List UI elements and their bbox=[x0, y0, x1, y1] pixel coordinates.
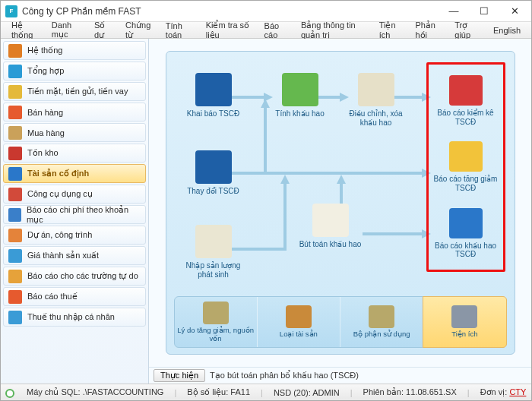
sidebar-item-13[interactable]: Thuế thu nhập cá nhân bbox=[3, 308, 146, 327]
canvas-wrap: Báo cáo kiểm kê TSCĐBáo cáo tăng giảm TS… bbox=[149, 39, 531, 367]
report-item-2[interactable]: Báo cáo khấu hao TSCĐ bbox=[429, 208, 503, 259]
menu-bang-thong-tin[interactable]: Bảng thông tin quản trị bbox=[295, 19, 372, 42]
menu-bao-cao[interactable]: Báo cáo bbox=[258, 20, 293, 41]
sidebar-item-5[interactable]: Tồn kho bbox=[3, 144, 146, 163]
report-icon bbox=[449, 75, 483, 106]
execute-button[interactable]: Thực hiện bbox=[154, 369, 205, 382]
sidebar-item-label: Dự án, công trình bbox=[27, 230, 92, 240]
sidebar-item-icon bbox=[8, 208, 21, 222]
dock-item-label: Loại tài sản bbox=[280, 330, 318, 338]
dock-item-2[interactable]: Bộ phận sử dụng bbox=[340, 297, 423, 347]
menu-tro-giup[interactable]: Trợ giúp bbox=[448, 19, 484, 41]
sidebar-item-icon bbox=[8, 147, 22, 160]
sidebar-item-icon bbox=[8, 270, 22, 283]
menubar: Hệ thống Danh mục Số dư Chứng từ Tính to… bbox=[1, 22, 531, 39]
sidebar-item-icon bbox=[8, 188, 22, 201]
status-unit: Đơn vị: CTY bbox=[480, 387, 527, 397]
sidebar-item-label: Tồn kho bbox=[27, 148, 59, 158]
menu-chung-tu[interactable]: Chứng từ bbox=[119, 19, 158, 42]
menu-so-du[interactable]: Số dư bbox=[88, 19, 118, 42]
status-user: NSD (20): ADMIN bbox=[274, 388, 340, 397]
dock-item-3[interactable]: Tiện ích bbox=[423, 296, 506, 348]
flow-label: Bút toán khấu hao bbox=[299, 240, 362, 249]
flow-label: Tính khấu hao bbox=[275, 109, 324, 118]
dock-item-1[interactable]: Loại tài sản bbox=[258, 297, 340, 347]
menu-he-thong[interactable]: Hệ thống bbox=[5, 19, 44, 42]
execute-row: Thực hiện Tạo bút toán phân bổ khấu hao … bbox=[149, 367, 531, 384]
sidebar-item-7[interactable]: Công cụ dụng cụ bbox=[3, 185, 146, 204]
window-title: Công ty CP Phần mềm FAST bbox=[22, 6, 439, 17]
flow-tile-icon bbox=[195, 73, 232, 106]
flow-nhap-san-luong[interactable]: Nhập sản lượng phát sinh bbox=[179, 225, 249, 279]
sidebar-item-2[interactable]: Tiền mặt, tiền gửi, tiền vay bbox=[3, 82, 146, 101]
sidebar-item-label: Mua hàng bbox=[27, 128, 65, 137]
body: Hệ thốngTổng hợpTiền mặt, tiền gửi, tiền… bbox=[1, 39, 531, 384]
execute-description: Tạo bút toán phân bổ khấu hao (TSCĐ) bbox=[210, 371, 359, 380]
dock-item-label: Tiện ích bbox=[451, 330, 477, 338]
dock-item-icon bbox=[286, 305, 312, 328]
sidebar-item-icon bbox=[8, 167, 22, 181]
status-dataset: Bộ số liệu: FA11 bbox=[187, 387, 250, 397]
flow-tile-icon bbox=[358, 73, 394, 106]
sidebar-item-1[interactable]: Tổng hợp bbox=[3, 62, 146, 81]
sidebar-item-label: Tài sản cố định bbox=[27, 169, 89, 178]
sidebar-item-label: Báo cáo cho các trường tự do bbox=[27, 271, 138, 281]
sidebar-item-3[interactable]: Bán hàng bbox=[3, 103, 146, 122]
sidebar-item-icon bbox=[8, 249, 22, 263]
sidebar-item-11[interactable]: Báo cáo cho các trường tự do bbox=[3, 267, 146, 286]
sidebar-item-label: Giá thành sản xuất bbox=[27, 251, 99, 260]
sidebar-item-6[interactable]: Tài sản cố định bbox=[3, 164, 146, 183]
sidebar-item-label: Bán hàng bbox=[27, 108, 63, 117]
menu-language[interactable]: English bbox=[487, 24, 527, 36]
content-area: Báo cáo kiểm kê TSCĐBáo cáo tăng giảm TS… bbox=[149, 39, 531, 384]
status-version: Phiên bản: 11.08.651.SX bbox=[363, 387, 457, 397]
sidebar-item-label: Thuế thu nhập cá nhân bbox=[27, 312, 115, 322]
dock-item-label: Lý do tăng giảm, nguồn vốn bbox=[175, 327, 257, 343]
status-unit-link[interactable]: CTY bbox=[509, 387, 526, 396]
flow-tile-icon bbox=[282, 73, 318, 106]
sidebar-item-0[interactable]: Hệ thống bbox=[3, 41, 146, 60]
sidebar-item-icon bbox=[8, 85, 22, 99]
sidebar-item-4[interactable]: Mua hàng bbox=[3, 123, 146, 142]
sidebar-item-12[interactable]: Báo cáo thuế bbox=[3, 287, 146, 306]
flow-but-toan[interactable]: Bút toán khấu hao bbox=[296, 204, 366, 249]
sidebar-item-label: Tiền mặt, tiền gửi, tiền vay bbox=[27, 87, 128, 96]
flow-tinh-khau-hao[interactable]: Tính khấu hao bbox=[265, 73, 335, 118]
report-label: Báo cáo tăng giảm TSCĐ bbox=[429, 175, 503, 192]
dock-item-icon bbox=[203, 302, 229, 324]
menu-phan-hoi[interactable]: Phản hồi bbox=[409, 19, 447, 42]
dock-item-icon bbox=[369, 305, 394, 328]
sidebar-item-10[interactable]: Giá thành sản xuất bbox=[3, 246, 146, 265]
sidebar-item-label: Tổng hợp bbox=[27, 66, 64, 76]
sidebar-item-icon bbox=[8, 44, 22, 58]
report-item-1[interactable]: Báo cáo tăng giảm TSCĐ bbox=[429, 141, 503, 192]
sidebar-item-9[interactable]: Dự án, công trình bbox=[3, 226, 146, 245]
flow-khai-bao[interactable]: Khai báo TSCĐ bbox=[179, 73, 249, 118]
flow-tile-icon bbox=[195, 225, 232, 258]
statusbar: Máy chủ SQL: .\FASTACCOUNTING | Bộ số li… bbox=[1, 384, 531, 400]
workflow-canvas: Báo cáo kiểm kê TSCĐBáo cáo tăng giảm TS… bbox=[166, 51, 515, 355]
sidebar-item-icon bbox=[8, 65, 22, 78]
sidebar-item-label: Hệ thống bbox=[27, 46, 62, 55]
status-sql: Máy chủ SQL: .\FASTACCOUNTING bbox=[27, 387, 163, 397]
sidebar-item-icon bbox=[8, 311, 22, 324]
sidebar-item-icon bbox=[8, 106, 22, 119]
svg-marker-6 bbox=[337, 175, 346, 184]
sidebar-item-8[interactable]: Báo cáo chi phí theo khoản mục bbox=[3, 205, 146, 224]
menu-tien-ich[interactable]: Tiện ích bbox=[373, 19, 408, 41]
menu-tinh-toan[interactable]: Tính toán bbox=[160, 20, 198, 41]
flow-dieu-chinh[interactable]: Điều chỉnh, xóa khấu hao bbox=[341, 73, 411, 127]
report-label: Báo cáo kiểm kê TSCĐ bbox=[429, 109, 503, 126]
flow-label: Thay đổi TSCĐ bbox=[187, 187, 239, 196]
sidebar-item-icon bbox=[8, 229, 22, 242]
flow-thay-doi[interactable]: Thay đổi TSCĐ bbox=[179, 150, 249, 196]
close-button[interactable]: ✕ bbox=[499, 2, 530, 21]
bottom-dock: Lý do tăng giảm, nguồn vốnLoại tài sảnBộ… bbox=[174, 296, 507, 348]
report-item-0[interactable]: Báo cáo kiểm kê TSCĐ bbox=[429, 75, 503, 126]
app-icon: F bbox=[5, 5, 17, 17]
dock-item-0[interactable]: Lý do tăng giảm, nguồn vốn bbox=[175, 297, 258, 347]
menu-danh-muc[interactable]: Danh mục bbox=[46, 19, 87, 41]
maximize-button[interactable]: ☐ bbox=[469, 2, 499, 21]
flow-tile-icon bbox=[312, 204, 349, 237]
menu-kiem-tra[interactable]: Kiểm tra số liệu bbox=[200, 19, 257, 42]
